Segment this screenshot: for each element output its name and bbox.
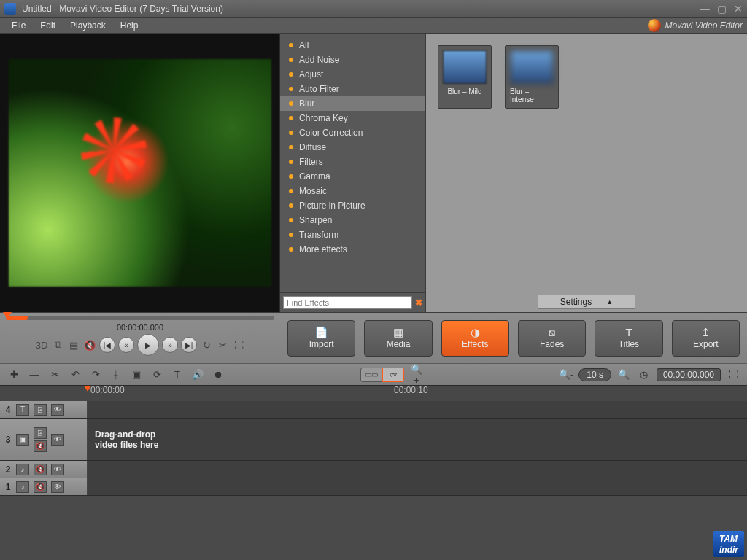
track-visibility-icon[interactable]: 👁 <box>51 481 64 493</box>
preview-canvas[interactable] <box>0 34 279 312</box>
timeline-timecode[interactable]: 00:00:00.000 <box>657 368 721 381</box>
tab-label: Fades <box>540 339 564 349</box>
bullet-icon <box>289 174 293 179</box>
fades-icon: ⧅ <box>549 327 556 338</box>
tool-audio-button[interactable]: 🔊 <box>190 368 206 382</box>
tab-titles[interactable]: TTitles <box>595 320 662 357</box>
effect-category-item[interactable]: Color Correction <box>280 125 425 140</box>
effect-category-item[interactable]: Transform <box>280 228 425 242</box>
transport-panel: 00:00:00.000 3D ⧉ ▤ 🔇 |◀ « ▶ » ▶| ↻ ✂ ⛶ <box>0 313 280 363</box>
effect-category-item[interactable]: Auto Filter <box>280 82 425 96</box>
track-visibility-icon[interactable]: 👁 <box>51 404 64 416</box>
effect-category-item[interactable]: Adjust <box>280 67 425 82</box>
seek-bar[interactable] <box>0 313 280 323</box>
tool-record-button[interactable]: ⏺ <box>210 368 226 382</box>
track-2[interactable]: 2 ♪ 🔇 👁 <box>0 461 747 478</box>
find-effects-input[interactable] <box>283 296 412 309</box>
track-4[interactable]: 4 T ⍈ 👁 <box>0 401 747 419</box>
tab-import[interactable]: 📄Import <box>287 320 355 357</box>
effect-category-item[interactable]: Sharpen <box>280 213 425 228</box>
effect-category-item[interactable]: More effects <box>280 242 425 257</box>
view-mode-storyboard[interactable]: ▭▭ <box>360 368 382 382</box>
snapshot-button[interactable]: ✂ <box>216 338 229 351</box>
tab-export[interactable]: ↥Export <box>672 320 740 357</box>
delete-button[interactable]: — <box>26 368 42 382</box>
track-type-audio-icon[interactable]: ♪ <box>16 464 29 475</box>
effect-category-item[interactable]: Picture in Picture <box>280 198 425 213</box>
redo-button[interactable]: ↷ <box>88 368 104 382</box>
tool-crop-button[interactable]: ▣ <box>128 368 144 382</box>
tab-fades[interactable]: ⧅Fades <box>518 320 586 357</box>
menu-playback[interactable]: Playback <box>63 20 113 31</box>
bullet-icon <box>289 131 293 135</box>
effect-category-item[interactable]: Gamma <box>280 169 425 184</box>
tab-label: Titles <box>619 339 639 349</box>
settings-expand-button[interactable]: Settings ▲ <box>538 295 635 309</box>
view-mute-button[interactable]: 🔇 <box>83 338 96 351</box>
track-mute-icon[interactable]: 🔇 <box>34 464 47 475</box>
effect-category-label: All <box>299 40 309 50</box>
menu-file[interactable]: File <box>4 20 33 31</box>
tab-media[interactable]: ▦Media <box>364 320 432 357</box>
track-visibility-icon[interactable]: 👁 <box>51 464 64 475</box>
minimize-button[interactable]: — <box>700 3 710 15</box>
zoom-fit-button[interactable]: 🔍 <box>616 368 632 382</box>
effect-category-item[interactable]: Diffuse <box>280 140 425 155</box>
clock-icon[interactable]: ◷ <box>636 368 652 382</box>
track-link-icon[interactable]: ⍈ <box>34 427 47 439</box>
expand-timeline-button[interactable]: ⛶ <box>725 368 741 382</box>
zoom-in-button[interactable]: 🔍+ <box>409 368 425 382</box>
go-end-button[interactable]: ▶| <box>181 337 197 353</box>
bullet-icon <box>289 233 293 237</box>
add-media-button[interactable]: ✚ <box>6 368 22 382</box>
close-button[interactable]: ✕ <box>734 3 743 15</box>
rewind-button[interactable]: « <box>118 337 134 353</box>
track-mute-icon[interactable]: 🔇 <box>34 440 47 452</box>
view-film-button[interactable]: ▤ <box>67 338 80 351</box>
track-link-icon[interactable]: ⍈ <box>34 404 47 416</box>
effect-category-item[interactable]: Blur <box>280 96 425 111</box>
bullet-icon <box>289 87 293 91</box>
menu-edit[interactable]: Edit <box>33 20 63 31</box>
effect-category-item[interactable]: Filters <box>280 155 425 169</box>
cut-button[interactable]: ✂ <box>47 368 63 382</box>
view-3d-button[interactable]: 3D <box>35 338 48 351</box>
track-visibility-icon[interactable]: 👁 <box>51 434 64 446</box>
tool-split-button[interactable]: ⟊ <box>108 368 124 382</box>
view-crop-button[interactable]: ⧉ <box>51 338 64 351</box>
tab-label: Media <box>387 339 411 349</box>
effect-category-item[interactable]: Mosaic <box>280 184 425 198</box>
effect-category-item[interactable]: Chroma Key <box>280 111 425 125</box>
track-type-video-icon[interactable]: ▣ <box>16 434 29 446</box>
menu-help[interactable]: Help <box>113 20 146 31</box>
track-type-title-icon[interactable]: T <box>16 404 29 416</box>
tab-effects[interactable]: ◑Effects <box>441 320 509 357</box>
effect-category-label: Add Noise <box>299 55 339 65</box>
undo-button[interactable]: ↶ <box>67 368 83 382</box>
zoom-out-button[interactable]: 🔍- <box>558 368 574 382</box>
preset-blur-mild[interactable]: Blur – Mild <box>438 45 492 109</box>
timeline-toolbar: ✚ — ✂ ↶ ↷ ⟊ ▣ ⟳ T 🔊 ⏺ ▭▭ ▿▿ 🔍+ 🔍- 10 s 🔍… <box>0 363 747 385</box>
forward-button[interactable]: » <box>162 337 178 353</box>
bullet-icon <box>289 116 293 120</box>
loop-button[interactable]: ↻ <box>200 338 213 351</box>
maximize-button[interactable]: ▢ <box>717 3 727 15</box>
zoom-duration[interactable]: 10 s <box>578 368 611 381</box>
seek-head-icon[interactable] <box>3 312 12 319</box>
tool-text-button[interactable]: T <box>169 368 185 382</box>
view-mode-timeline[interactable]: ▿▿ <box>382 368 404 382</box>
effect-category-item[interactable]: Add Noise <box>280 52 425 67</box>
track-mute-icon[interactable]: 🔇 <box>34 481 47 493</box>
tool-rotate-button[interactable]: ⟳ <box>149 368 165 382</box>
preset-blur-intense[interactable]: Blur – Intense <box>505 45 559 109</box>
timeline-ruler[interactable]: 00:00:00 00:00:10 <box>0 385 747 401</box>
clear-find-icon[interactable]: ✖ <box>415 298 422 308</box>
play-button[interactable]: ▶ <box>137 334 159 356</box>
effect-category-item[interactable]: All <box>280 38 425 52</box>
track-3[interactable]: 3 ▣ ⍈ 🔇 👁 Drag-and-drop video files here <box>0 419 747 461</box>
go-start-button[interactable]: |◀ <box>99 337 115 353</box>
preview-image <box>9 59 271 287</box>
track-type-audio-icon[interactable]: ♪ <box>16 481 29 493</box>
fullscreen-button[interactable]: ⛶ <box>232 338 245 351</box>
track-1[interactable]: 1 ♪ 🔇 👁 <box>0 478 747 496</box>
